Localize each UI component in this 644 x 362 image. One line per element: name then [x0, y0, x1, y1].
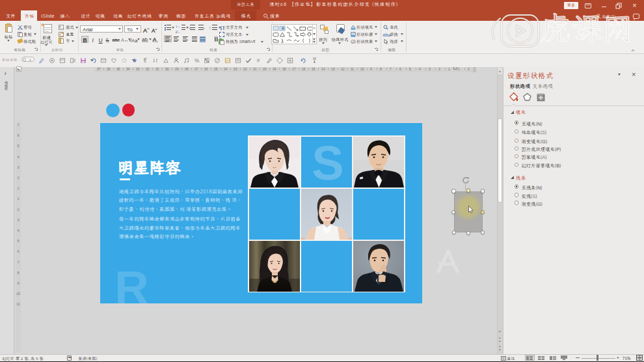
svg-text:%: %: [194, 58, 198, 64]
svg-text:#: #: [257, 58, 260, 64]
